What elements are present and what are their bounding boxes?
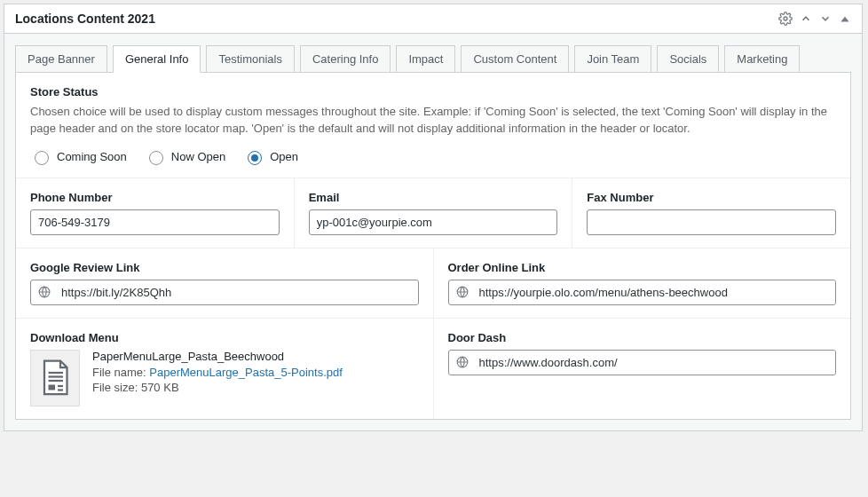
chevron-up-icon[interactable]	[800, 12, 812, 25]
fax-input[interactable]	[587, 209, 836, 235]
file-name-link[interactable]: PaperMenuLarge_Pasta_5-Points.pdf	[149, 366, 343, 379]
radio-open[interactable]: Open	[243, 148, 298, 165]
store-status-section: Store Status Chosen choice will be used …	[16, 73, 850, 178]
download-menu-cell: Download Menu	[16, 319, 434, 419]
doordash-input-wrap	[448, 350, 837, 375]
file-name-line: File name: PaperMenuLarge_Pasta_5-Points…	[92, 366, 343, 379]
panel-controls	[778, 12, 851, 26]
phone-cell: Phone Number	[16, 178, 295, 248]
tab-socials[interactable]: Socials	[657, 45, 719, 73]
links-row-2: Download Menu	[16, 319, 850, 419]
store-status-label: Store Status	[30, 85, 836, 99]
globe-icon	[449, 286, 476, 298]
file-size-line: File size: 570 KB	[92, 381, 343, 394]
collapse-icon[interactable]	[839, 12, 851, 25]
google-review-input[interactable]	[58, 280, 418, 304]
order-online-label: Order Online Link	[448, 261, 837, 274]
fax-cell: Fax Number	[572, 178, 850, 248]
panel-title: Locations Content 2021	[15, 12, 155, 26]
email-cell: Email	[295, 178, 573, 248]
panel-header: Locations Content 2021	[4, 4, 862, 34]
file-name-label: File name:	[92, 366, 149, 379]
radio-now-open[interactable]: Now Open	[145, 148, 225, 165]
phone-label: Phone Number	[30, 191, 280, 204]
download-menu-label: Download Menu	[30, 331, 419, 344]
meta-box-panel: Locations Content 2021 Page Banner Gener…	[4, 4, 863, 431]
store-status-help: Chosen choice will be used to display cu…	[30, 104, 836, 138]
tab-general-info[interactable]: General Info	[113, 45, 201, 73]
svg-rect-7	[49, 384, 56, 390]
doordash-input[interactable]	[476, 351, 836, 375]
store-status-radios: Coming Soon Now Open Open	[30, 148, 836, 165]
file-meta: PaperMenuLarge_Pasta_Beechwood File name…	[92, 350, 343, 396]
tab-impact[interactable]: Impact	[396, 45, 455, 73]
google-review-cell: Google Review Link	[16, 248, 434, 318]
panel-body: Page Banner General Info Testimonials Ca…	[4, 34, 862, 430]
google-review-label: Google Review Link	[30, 261, 419, 274]
doordash-cell: Door Dash	[434, 319, 851, 419]
document-icon[interactable]	[30, 350, 80, 406]
fax-label: Fax Number	[587, 191, 836, 204]
order-online-cell: Order Online Link	[434, 248, 851, 318]
links-row-1: Google Review Link Order Online Link	[16, 248, 850, 319]
tab-content: Store Status Chosen choice will be used …	[15, 72, 851, 420]
order-online-input-wrap	[448, 280, 837, 305]
tab-marketing[interactable]: Marketing	[724, 45, 800, 73]
globe-icon	[449, 356, 476, 368]
file-title: PaperMenuLarge_Pasta_Beechwood	[92, 350, 343, 363]
globe-icon	[31, 286, 58, 298]
radio-open-label: Open	[270, 150, 298, 163]
file-size-value: 570 KB	[141, 381, 179, 394]
tab-join-team[interactable]: Join Team	[574, 45, 651, 73]
email-label: Email	[309, 191, 558, 204]
google-review-input-wrap	[30, 280, 419, 305]
contact-row: Phone Number Email Fax Number	[16, 178, 850, 248]
svg-marker-1	[840, 17, 848, 22]
radio-now-open-input[interactable]	[149, 151, 163, 165]
radio-open-input[interactable]	[248, 151, 262, 165]
tab-testimonials[interactable]: Testimonials	[206, 45, 295, 73]
file-attachment: PaperMenuLarge_Pasta_Beechwood File name…	[30, 350, 419, 406]
tabs: Page Banner General Info Testimonials Ca…	[15, 44, 851, 72]
tab-custom-content[interactable]: Custom Content	[461, 45, 569, 73]
radio-coming-soon[interactable]: Coming Soon	[30, 148, 127, 165]
file-size-label: File size:	[92, 381, 141, 394]
order-online-input[interactable]	[476, 280, 836, 304]
gear-icon[interactable]	[778, 12, 793, 26]
radio-now-open-label: Now Open	[171, 150, 225, 163]
phone-input[interactable]	[30, 209, 280, 235]
svg-point-0	[784, 17, 787, 20]
radio-coming-soon-label: Coming Soon	[57, 150, 127, 163]
tab-page-banner[interactable]: Page Banner	[15, 45, 107, 73]
doordash-label: Door Dash	[448, 331, 837, 344]
radio-coming-soon-input[interactable]	[35, 151, 49, 165]
email-input[interactable]	[309, 209, 558, 235]
tab-catering-info[interactable]: Catering Info	[300, 45, 391, 73]
chevron-down-icon[interactable]	[819, 12, 832, 25]
